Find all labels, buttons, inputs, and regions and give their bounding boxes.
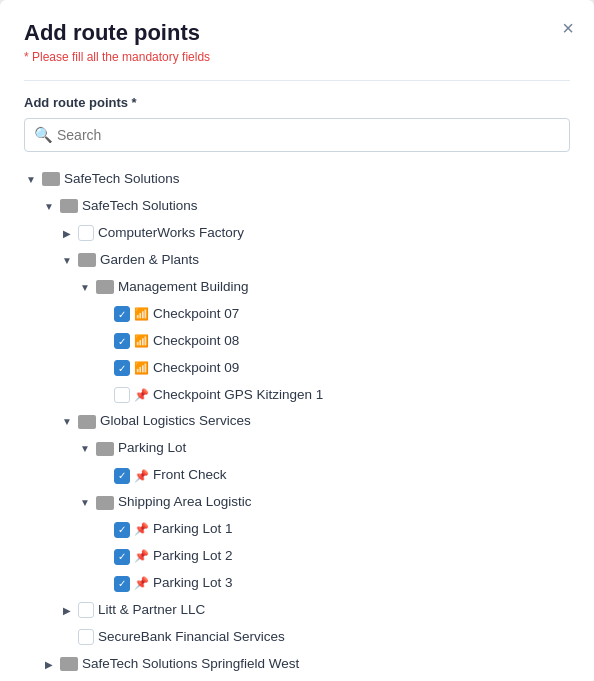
parking-lot3-label: Parking Lot 3 — [153, 572, 570, 595]
litt-checkbox[interactable] — [78, 602, 94, 618]
checkpoint-gps-checkbox[interactable] — [114, 387, 130, 403]
computerworks-item: ▶ ComputerWorks Factory — [60, 220, 570, 247]
folder-icon — [42, 172, 60, 186]
wifi-icon-08: 📶 — [134, 331, 149, 351]
folder-icon-safetech — [60, 199, 78, 213]
pin-icon-gps: 📌 — [134, 385, 149, 405]
add-route-points-modal: × Add route points * Please fill all the… — [0, 0, 594, 681]
computerworks-label: ComputerWorks Factory — [98, 222, 570, 245]
toggle-global[interactable]: ▼ — [60, 415, 74, 429]
toggle-springfield[interactable]: ▶ — [42, 657, 56, 671]
folder-icon-springfield — [60, 657, 78, 671]
computerworks-checkbox[interactable] — [78, 225, 94, 241]
parking-lot3-item: ✓ 📌 Parking Lot 3 — [96, 570, 570, 597]
checkpoint09-item: ✓ 📶 Checkpoint 09 — [96, 355, 570, 382]
checkpoint08-item: ✓ 📶 Checkpoint 08 — [96, 328, 570, 355]
parking-lot-children: ✓ 📌 Front Check — [96, 462, 570, 489]
search-icon: 🔍 — [34, 126, 53, 144]
root-children: ▼ SafeTech Solutions ▶ ComputerWorks Fac… — [42, 193, 570, 678]
management-children: ✓ 📶 Checkpoint 07 ✓ 📶 Checkpoint 08 — [96, 301, 570, 409]
toggle-shipping[interactable]: ▼ — [78, 496, 92, 510]
parking-lot2-checkbox[interactable]: ✓ — [114, 549, 130, 565]
parking-lot-label: Parking Lot — [118, 437, 570, 460]
safetech-solutions-item: ▼ SafeTech Solutions — [42, 193, 570, 220]
shipping-area-item: ▼ Shipping Area Logistic — [78, 489, 570, 516]
tree: ▼ SafeTech Solutions ▼ SafeTech Solution… — [24, 166, 570, 678]
tree-root-item: ▼ SafeTech Solutions — [24, 166, 570, 193]
pin-icon-lot3: 📌 — [134, 573, 149, 593]
folder-icon-global — [78, 415, 96, 429]
safetech-children: ▶ ComputerWorks Factory ▼ Garden & Plant… — [60, 220, 570, 651]
litt-item: ▶ Litt & Partner LLC — [60, 597, 570, 624]
parking-lot1-item: ✓ 📌 Parking Lot 1 — [96, 516, 570, 543]
folder-icon-garden — [78, 253, 96, 267]
wifi-icon-07: 📶 — [134, 304, 149, 324]
global-logistics-item: ▼ Global Logistics Services — [60, 408, 570, 435]
parking-lot2-item: ✓ 📌 Parking Lot 2 — [96, 543, 570, 570]
search-input[interactable] — [24, 118, 570, 152]
root-label: SafeTech Solutions — [64, 168, 570, 191]
springfield-item: ▶ SafeTech Solutions Springfield West — [42, 651, 570, 678]
shipping-area-label: Shipping Area Logistic — [118, 491, 570, 514]
parking-lot1-checkbox[interactable]: ✓ — [114, 522, 130, 538]
front-check-checkbox[interactable]: ✓ — [114, 468, 130, 484]
close-button[interactable]: × — [562, 18, 574, 38]
garden-label: Garden & Plants — [100, 249, 570, 272]
toggle-garden[interactable]: ▼ — [60, 253, 74, 267]
modal-header: Add route points * Please fill all the m… — [0, 0, 594, 95]
toggle-management[interactable]: ▼ — [78, 280, 92, 294]
checkpoint07-checkbox[interactable]: ✓ — [114, 306, 130, 322]
securebank-label: SecureBank Financial Services — [98, 626, 570, 649]
global-logistics-children: ▼ Parking Lot ✓ 📌 Front Check — [78, 435, 570, 597]
parking-lot2-label: Parking Lot 2 — [153, 545, 570, 568]
checkpoint08-label: Checkpoint 08 — [153, 330, 570, 353]
toggle-root[interactable]: ▼ — [24, 172, 38, 186]
securebank-item: SecureBank Financial Services — [60, 624, 570, 651]
shipping-area-children: ✓ 📌 Parking Lot 1 ✓ 📌 Parking Lot 2 — [96, 516, 570, 597]
checkpoint09-checkbox[interactable]: ✓ — [114, 360, 130, 376]
field-label: Add route points * — [24, 95, 570, 110]
folder-icon-management — [96, 280, 114, 294]
checkpoint-gps-label: Checkpoint GPS Kitzingen 1 — [153, 384, 570, 407]
pin-icon-lot1: 📌 — [134, 519, 149, 539]
search-wrapper: 🔍 — [24, 118, 570, 152]
garden-item: ▼ Garden & Plants — [60, 247, 570, 274]
front-check-item: ✓ 📌 Front Check — [96, 462, 570, 489]
checkpoint07-item: ✓ 📶 Checkpoint 07 — [96, 301, 570, 328]
toggle-computerworks[interactable]: ▶ — [60, 226, 74, 240]
toggle-safetech[interactable]: ▼ — [42, 199, 56, 213]
garden-children: ▼ Management Building ✓ 📶 Checkpoint 07 — [78, 274, 570, 409]
wifi-icon-09: 📶 — [134, 358, 149, 378]
management-item: ▼ Management Building — [78, 274, 570, 301]
securebank-checkbox[interactable] — [78, 629, 94, 645]
pin-icon-front: 📌 — [134, 466, 149, 486]
modal-body: Add route points * 🔍 ▼ SafeTech Solution… — [0, 95, 594, 678]
management-label: Management Building — [118, 276, 570, 299]
checkpoint-gps-item: 📌 Checkpoint GPS Kitzingen 1 — [96, 382, 570, 409]
global-logistics-label: Global Logistics Services — [100, 410, 570, 433]
checkpoint08-checkbox[interactable]: ✓ — [114, 333, 130, 349]
litt-label: Litt & Partner LLC — [98, 599, 570, 622]
toggle-litt[interactable]: ▶ — [60, 603, 74, 617]
modal-subtitle: * Please fill all the mandatory fields — [24, 50, 570, 64]
modal-title: Add route points — [24, 20, 570, 46]
folder-icon-shipping — [96, 496, 114, 510]
folder-icon-parking-lot — [96, 442, 114, 456]
springfield-label: SafeTech Solutions Springfield West — [82, 653, 570, 676]
pin-icon-lot2: 📌 — [134, 546, 149, 566]
parking-lot3-checkbox[interactable]: ✓ — [114, 576, 130, 592]
checkpoint07-label: Checkpoint 07 — [153, 303, 570, 326]
safetech-label: SafeTech Solutions — [82, 195, 570, 218]
checkpoint09-label: Checkpoint 09 — [153, 357, 570, 380]
front-check-label: Front Check — [153, 464, 570, 487]
parking-lot1-label: Parking Lot 1 — [153, 518, 570, 541]
toggle-parking-lot[interactable]: ▼ — [78, 442, 92, 456]
parking-lot-item: ▼ Parking Lot — [78, 435, 570, 462]
